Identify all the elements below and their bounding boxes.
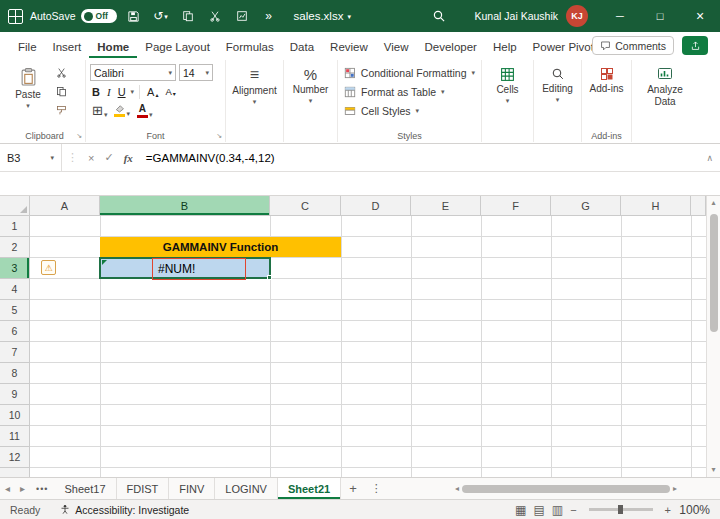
format-as-table-button[interactable]: Format as Table ▾ (340, 82, 479, 101)
qat-chart-button[interactable] (232, 4, 252, 28)
save-button[interactable] (124, 4, 144, 28)
scroll-left-icon[interactable]: ◂ (455, 482, 459, 496)
account-control[interactable]: Kunal Jai Kaushik KJ (475, 0, 588, 32)
minimize-button[interactable]: ─ (600, 0, 640, 32)
vertical-scroll-thumb[interactable] (710, 214, 718, 332)
qat-copy-button[interactable] (178, 4, 198, 28)
row-header-11[interactable]: 11 (0, 426, 30, 447)
column-header-e[interactable]: E (411, 196, 481, 216)
column-header-c[interactable]: C (270, 196, 341, 216)
row-header-12[interactable]: 12 (0, 447, 30, 468)
paste-button[interactable]: Paste ▾ (6, 63, 50, 109)
zoom-in-button[interactable]: + (665, 504, 671, 516)
select-all-corner[interactable] (0, 196, 30, 216)
font-name-select[interactable]: Calibri ▾ (90, 64, 176, 81)
cut-button[interactable] (50, 63, 72, 82)
new-sheet-button[interactable]: + (341, 481, 365, 496)
alignment-button[interactable]: ≡ Alignment ▾ (228, 63, 281, 129)
avatar[interactable]: KJ (566, 5, 588, 27)
cells-button[interactable]: Cells ▾ (484, 63, 531, 129)
cancel-entry-button[interactable]: × (83, 152, 99, 164)
row-header-6[interactable]: 6 (0, 321, 30, 342)
excel-logo-icon[interactable] (8, 9, 23, 24)
column-header-d[interactable]: D (341, 196, 411, 216)
cell-styles-button[interactable]: Cell Styles ▾ (340, 101, 479, 120)
fill-color-button[interactable]: ▾ (112, 103, 132, 118)
underline-button[interactable]: U (116, 85, 128, 99)
tab-home[interactable]: Home (89, 36, 137, 58)
tab-page-layout[interactable]: Page Layout (137, 36, 218, 58)
format-painter-button[interactable] (50, 101, 72, 120)
copy-button[interactable] (50, 82, 72, 101)
confirm-entry-button[interactable]: ✓ (99, 151, 118, 164)
undo-button[interactable]: ↺ ▾ (151, 4, 171, 28)
tab-formulas[interactable]: Formulas (218, 36, 282, 58)
share-button[interactable] (682, 36, 708, 55)
row-header-4[interactable]: 4 (0, 279, 30, 300)
page-break-view-icon[interactable]: ▥ (552, 503, 563, 517)
comments-button[interactable]: Comments (592, 36, 674, 55)
font-size-select[interactable]: 14 ▾ (179, 64, 213, 81)
spreadsheet-grid[interactable]: A B C D E F G H 1 2 3 4 5 6 7 8 9 10 11 … (0, 196, 706, 477)
tab-insert[interactable]: Insert (45, 36, 90, 58)
zoom-slider[interactable] (589, 508, 653, 511)
tab-file[interactable]: File (10, 36, 45, 58)
expand-formula-bar-button[interactable]: ∧ (706, 153, 720, 163)
horizontal-scroll-thumb[interactable] (462, 485, 670, 493)
addins-button[interactable]: Add-ins (584, 63, 629, 129)
tab-review[interactable]: Review (322, 36, 376, 58)
search-button[interactable] (432, 9, 446, 23)
close-button[interactable]: × (680, 0, 720, 32)
row-header-3[interactable]: 3 (0, 258, 30, 279)
editing-button[interactable]: Editing ▾ (536, 63, 579, 129)
tab-developer[interactable]: Developer (417, 36, 485, 58)
sheet-options-kebab-icon[interactable]: ⋮ (365, 482, 388, 495)
qat-more-commands-button[interactable]: » (259, 4, 279, 28)
row-header-9[interactable]: 9 (0, 384, 30, 405)
column-header-h[interactable]: H (621, 196, 691, 216)
font-color-button[interactable]: A ▾ (135, 103, 155, 119)
column-header-g[interactable]: G (551, 196, 621, 216)
bold-button[interactable]: B (90, 85, 102, 99)
tab-data[interactable]: Data (282, 36, 322, 58)
name-box[interactable]: B3 ▾ (0, 144, 62, 171)
zoom-out-button[interactable]: − (570, 504, 576, 516)
font-dialog-launcher[interactable]: ↘ (216, 132, 222, 140)
row-header-8[interactable]: 8 (0, 363, 30, 384)
horizontal-scrollbar[interactable]: ◂ ▸ (455, 482, 703, 496)
number-button[interactable]: % Number ▾ (286, 63, 335, 129)
maximize-button[interactable]: □ (640, 0, 680, 32)
italic-button[interactable]: I (105, 85, 113, 99)
sheet-tab-finv[interactable]: FINV (169, 478, 215, 499)
sheet-tab-fdist[interactable]: FDIST (117, 478, 170, 499)
vertical-scrollbar[interactable]: ▴ ▾ (706, 196, 720, 477)
tab-help[interactable]: Help (485, 36, 525, 58)
sheet-nav-left-icon[interactable]: ◂ (0, 483, 15, 494)
zoom-slider-thumb[interactable] (618, 505, 623, 514)
qat-cut-button[interactable] (205, 4, 225, 28)
increase-font-size-button[interactable]: A▴ (145, 85, 160, 99)
normal-view-icon[interactable]: ▦ (515, 503, 526, 517)
error-checking-button[interactable]: ⚠ (41, 260, 56, 275)
clipboard-dialog-launcher[interactable]: ↘ (76, 132, 82, 140)
sheet-nav-right-icon[interactable]: ▸ (15, 483, 30, 494)
autosave-toggle[interactable]: Off (81, 9, 117, 23)
scroll-down-icon[interactable]: ▾ (711, 463, 715, 477)
cells-canvas[interactable]: GAMMAINV Function #NUM! ⚠ (30, 216, 706, 477)
cell-b2-title[interactable]: GAMMAINV Function (100, 237, 341, 257)
document-title[interactable]: sales.xlsx ▾ (294, 10, 351, 22)
row-header-2[interactable]: 2 (0, 237, 30, 258)
tab-view[interactable]: View (376, 36, 417, 58)
row-header-1[interactable]: 1 (0, 216, 30, 237)
sheet-tab-sheet17[interactable]: Sheet17 (55, 478, 117, 499)
analyze-data-button[interactable]: Analyze Data (634, 63, 696, 129)
borders-button[interactable]: ⊞▾ (90, 102, 109, 119)
autosave-control[interactable]: AutoSave Off (30, 9, 117, 23)
cell-b3-error-highlight[interactable]: #NUM! (152, 258, 246, 280)
drag-handle[interactable]: ⋮ (62, 151, 83, 164)
zoom-percentage[interactable]: 100% (678, 503, 710, 517)
row-header-7[interactable]: 7 (0, 342, 30, 363)
column-header-a[interactable]: A (30, 196, 100, 216)
sheet-tab-sheet21[interactable]: Sheet21 (278, 478, 341, 499)
accessibility-status[interactable]: Accessibility: Investigate (60, 504, 189, 516)
